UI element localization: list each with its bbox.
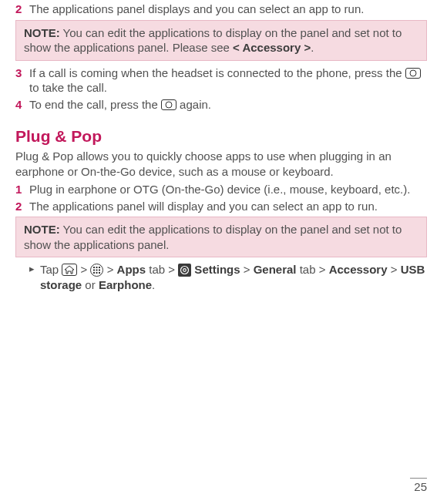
tap-text: Tap > > Apps tab > Settings > General ta… <box>40 262 427 294</box>
note-tail: . <box>311 41 314 54</box>
svg-rect-3 <box>93 269 95 270</box>
step-text: To end the call, press the again. <box>29 97 211 113</box>
svg-rect-0 <box>93 267 95 268</box>
svg-rect-1 <box>96 267 98 268</box>
step-4: 4 To end the call, press the again. <box>15 97 427 113</box>
tap-instruction: ▸ Tap > > Apps tab > Settings > General … <box>29 262 427 294</box>
note-label: NOTE: <box>24 26 60 39</box>
step-2: 2 The applications panel displays and yo… <box>15 2 427 17</box>
step-text: Plug in earphone or OTG (On-the-Go) devi… <box>29 182 410 197</box>
note-label: NOTE: <box>24 223 60 236</box>
svg-rect-6 <box>93 272 95 274</box>
settings-gear-icon <box>178 264 191 277</box>
note-body: You can edit the applications to display… <box>24 223 402 251</box>
svg-rect-2 <box>99 267 100 268</box>
call-button-icon <box>405 68 421 79</box>
svg-rect-5 <box>99 269 100 270</box>
note-ref: < Accessory > <box>233 41 311 54</box>
svg-rect-4 <box>96 269 98 270</box>
step-c1: 1 Plug in earphone or OTG (On-the-Go) de… <box>15 182 427 197</box>
apps-grid-icon <box>90 264 103 277</box>
intro-paragraph: Plug & Pop allows you to quickly choose … <box>15 149 427 179</box>
page-number: 25 <box>410 478 427 493</box>
bullet-icon: ▸ <box>29 262 40 294</box>
step-text: The applications panel displays and you … <box>29 2 364 17</box>
note-box-b: NOTE: You can edit the applications to d… <box>15 217 427 257</box>
svg-point-9 <box>181 266 189 274</box>
page-content: 2 The applications panel displays and yo… <box>0 2 447 294</box>
svg-point-10 <box>183 268 187 271</box>
call-button-icon <box>161 99 176 110</box>
svg-rect-8 <box>99 272 100 274</box>
note-body: You can edit the applications to display… <box>24 26 402 55</box>
step-number: 3 <box>15 66 29 96</box>
step-text: The applications panel will display and … <box>29 199 378 214</box>
step-number: 1 <box>15 182 29 197</box>
step-number: 2 <box>15 2 29 17</box>
section-title: Plug & Pop <box>15 127 427 146</box>
step-c2: 2 The applications panel will display an… <box>15 199 427 214</box>
step-number: 4 <box>15 97 29 113</box>
svg-rect-7 <box>96 272 98 274</box>
home-icon <box>62 264 77 276</box>
step-number: 2 <box>15 199 29 214</box>
note-box-a: NOTE: You can edit the applications to d… <box>15 20 427 61</box>
step-3: 3 If a call is coming when the headset i… <box>15 66 427 96</box>
step-text: If a call is coming when the headset is … <box>29 66 427 96</box>
